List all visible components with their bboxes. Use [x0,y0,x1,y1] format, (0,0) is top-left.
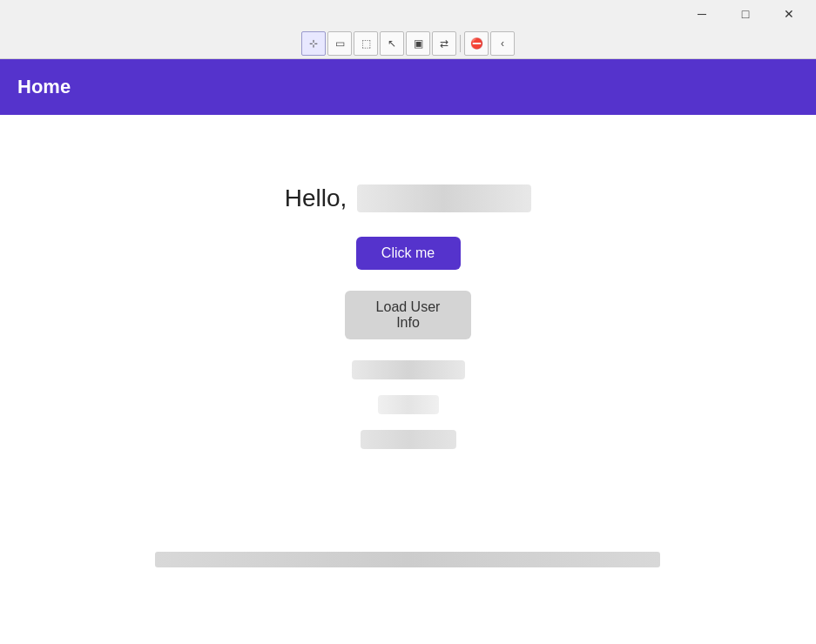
collapse-tool-button[interactable]: ‹ [490,31,515,56]
frame2-tool-button[interactable]: ▣ [406,31,430,56]
hello-label: Hello, [285,184,347,212]
pointer-tool-button[interactable]: ↖ [380,31,404,56]
skeleton-short-placeholder [378,395,439,414]
maximize-button[interactable]: □ [725,0,765,28]
app-title: Home [17,76,71,98]
stop-tool-button[interactable]: ⛔ [464,31,489,56]
app-header: Home [0,59,816,115]
bottom-bar-placeholder [155,552,660,567]
swap-tool-button[interactable]: ⇄ [432,31,456,56]
frame-tool-button[interactable]: ▭ [327,31,352,56]
select-tool-button[interactable]: ⬚ [354,31,378,56]
load-user-button[interactable]: Load User Info [345,291,471,339]
toolbar: ⊹ ▭ ⬚ ↖ ▣ ⇄ ⛔ ‹ [0,28,816,59]
minimize-button[interactable]: ─ [682,0,722,28]
cursor-tool-button[interactable]: ⊹ [301,31,326,56]
toolbar-divider [460,35,461,52]
close-button[interactable]: ✕ [769,0,809,28]
title-bar: ─ □ ✕ [0,0,816,28]
skeleton-wide-placeholder [352,360,465,379]
username-placeholder [357,184,531,212]
hello-row: Hello, [285,184,532,212]
skeleton-medium-placeholder [361,430,456,449]
click-me-button[interactable]: Click me [356,237,461,270]
